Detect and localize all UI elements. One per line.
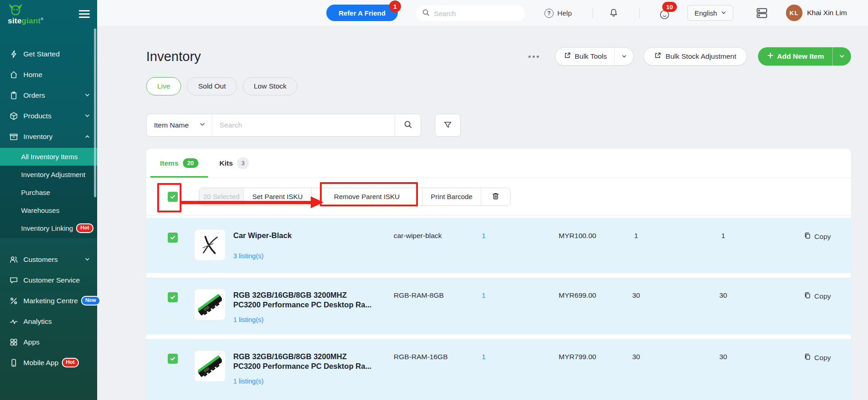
- inventory-box-icon: [9, 132, 18, 141]
- pulse-icon: [9, 317, 18, 326]
- quantity-cell: 1: [613, 232, 659, 240]
- set-parent-isku-button[interactable]: Set Parent ISKU: [243, 188, 311, 206]
- sidebar-item-marketing-centre[interactable]: Marketing Centre New: [0, 290, 97, 311]
- copy-icon: [803, 291, 811, 301]
- chevron-down-icon: [85, 257, 90, 262]
- listing-count-link: 1: [482, 232, 550, 240]
- row-checkbox[interactable]: [168, 233, 178, 243]
- copy-icon: [803, 353, 811, 362]
- print-barcode-button[interactable]: Print Barcode: [422, 188, 481, 206]
- content: Inventory Bulk Tools Bulk Stock Adjustme…: [97, 47, 868, 400]
- sidebar-subitem-purchase[interactable]: Purchase: [0, 183, 97, 201]
- bulk-tools-dropdown[interactable]: [614, 48, 633, 65]
- grid-icon: [9, 338, 18, 347]
- row-checkbox[interactable]: [168, 354, 178, 364]
- logo-text: sitegiant®: [8, 17, 44, 25]
- home-icon: [9, 70, 18, 79]
- delete-button[interactable]: [481, 188, 510, 206]
- product-name-cell: RGB 32GB/16GB/8GB 3200MHZ PC3200 Perform…: [233, 352, 394, 385]
- tabs: Items 20 Kits 3: [146, 149, 851, 178]
- remove-parent-isku-button[interactable]: Remove Parent ISKU: [311, 188, 422, 206]
- chevron-down-icon: [199, 121, 205, 129]
- product-name-cell: Car Wiper-Black 3 listing(s): [233, 231, 394, 260]
- listing-count-link: 1: [482, 353, 550, 361]
- mascot-icon: [8, 3, 44, 17]
- bulk-tools-button[interactable]: Bulk Tools: [555, 47, 634, 66]
- sidebar-item-products[interactable]: Products: [0, 106, 97, 126]
- sidebar-item-analytics[interactable]: Analytics: [0, 311, 97, 332]
- topbar-divider: [593, 8, 593, 18]
- refer-a-friend-button[interactable]: Refer A Friend: [326, 5, 398, 21]
- copy-button[interactable]: Copy: [803, 353, 831, 362]
- search-icon: [422, 8, 430, 19]
- sidebar-scrollbar[interactable]: [94, 28, 96, 197]
- chip-live[interactable]: Live: [146, 77, 181, 95]
- copy-button[interactable]: Copy: [803, 232, 831, 241]
- credits-badge: 10: [662, 2, 677, 12]
- select-all-checkbox[interactable]: [168, 192, 178, 202]
- more-options-button[interactable]: [527, 53, 540, 61]
- bulk-stock-adjustment-button[interactable]: Bulk Stock Adjustment: [643, 47, 747, 66]
- sitegiant-logo[interactable]: sitegiant®: [8, 3, 44, 25]
- sidebar-item-home[interactable]: Home: [0, 64, 97, 85]
- sku-cell: car-wiper-black: [394, 232, 482, 240]
- trash-icon: [491, 192, 500, 202]
- sidebar-subitem-all-inventory-items[interactable]: All Inventory Items: [0, 148, 97, 166]
- filter-button[interactable]: [435, 114, 461, 137]
- items-count-badge: 20: [183, 158, 198, 168]
- tab-items[interactable]: Items 20: [150, 149, 208, 178]
- credits-icon: [659, 14, 670, 22]
- cube-icon: [9, 111, 18, 121]
- page-header: Inventory Bulk Tools Bulk Stock Adjustme…: [146, 47, 851, 66]
- listings-link[interactable]: 1 listing(s): [233, 378, 264, 385]
- users-icon: [9, 255, 18, 264]
- search-category-select[interactable]: Item Name: [147, 114, 212, 136]
- help-button[interactable]: ? Help: [544, 0, 572, 26]
- chip-low-stock[interactable]: Low Stock: [243, 77, 298, 95]
- listings-link[interactable]: 1 listing(s): [233, 316, 264, 323]
- chevron-down-icon: [85, 113, 90, 118]
- menu-toggle-button[interactable]: [79, 10, 90, 18]
- chat-bubble-icon: [9, 276, 18, 285]
- sidebar-item-mobile-app[interactable]: Mobile App Hot: [0, 352, 97, 373]
- language-select[interactable]: English: [687, 5, 733, 21]
- sidebar-item-orders[interactable]: Orders: [0, 85, 97, 106]
- table-row: RGB 32GB/16GB/8GB 3200MHZ PC3200 Perform…: [146, 278, 851, 334]
- item-search-input[interactable]: [212, 114, 395, 136]
- chip-sold-out[interactable]: Sold Out: [187, 77, 236, 95]
- notifications-button[interactable]: [609, 8, 619, 20]
- sidebar-header: sitegiant®: [0, 0, 97, 26]
- topbar: Refer A Friend 1 ? Help 10 English: [97, 0, 868, 26]
- price-cell: MYR799.00: [550, 353, 605, 361]
- bulk-action-bar: 20 Selected Set Parent ISKU Remove Paren…: [146, 178, 851, 216]
- chevron-down-icon: [85, 93, 90, 98]
- search-submit-button[interactable]: [395, 114, 421, 136]
- add-new-item-button[interactable]: Add New Item: [758, 47, 851, 66]
- sidebar-subitem-inventory-adjustment[interactable]: Inventory Adjustment: [0, 166, 97, 183]
- sidebar-subitem-warehouses[interactable]: Warehouses: [0, 201, 97, 219]
- sidebar-item-customer-service[interactable]: Customer Service: [0, 270, 97, 290]
- global-search-input[interactable]: [434, 10, 512, 17]
- external-link-icon: [654, 52, 661, 61]
- sidebar-item-customers[interactable]: Customers: [0, 249, 97, 270]
- sidebar-item-get-started[interactable]: Get Started: [0, 44, 97, 64]
- tab-kits[interactable]: Kits 3: [216, 149, 252, 178]
- avatar[interactable]: KL: [786, 5, 802, 21]
- product-image-wiper: [194, 229, 225, 261]
- listings-link[interactable]: 3 listing(s): [233, 252, 264, 260]
- bulk-action-buttons: 20 Selected Set Parent ISKU Remove Paren…: [199, 188, 511, 206]
- user-name[interactable]: Khai Xin Lim: [807, 9, 847, 17]
- percent-icon: [9, 296, 18, 306]
- sidebar-item-inventory[interactable]: Inventory: [0, 126, 97, 147]
- available-cell: 30: [700, 353, 746, 361]
- copy-button[interactable]: Copy: [803, 291, 831, 301]
- price-cell: MYR699.00: [550, 291, 605, 300]
- sidebar-subitem-inventory-linking[interactable]: Inventory LinkingHot: [0, 219, 97, 237]
- app: sitegiant® Get Started Home Orders Produ…: [0, 0, 868, 400]
- main-area: Refer A Friend 1 ? Help 10 English: [97, 0, 868, 400]
- kits-count-badge: 3: [237, 157, 249, 169]
- add-new-item-dropdown[interactable]: [832, 47, 851, 66]
- row-checkbox[interactable]: [168, 292, 178, 302]
- sidebar-item-apps[interactable]: Apps: [0, 332, 97, 352]
- server-stack-icon[interactable]: [756, 7, 768, 21]
